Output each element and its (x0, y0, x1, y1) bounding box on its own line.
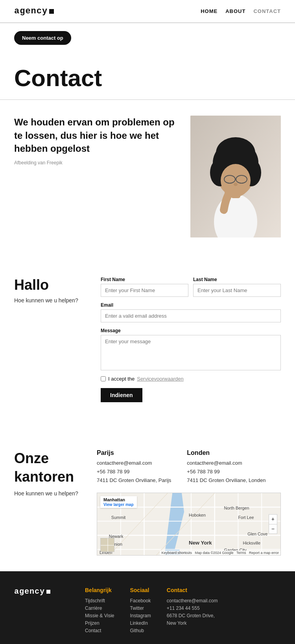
email-row: Email (101, 302, 281, 322)
main-nav: HOME ABOUT CONTACT (201, 8, 281, 14)
office-london: Londen contacthere@email.com +56 788 78 … (187, 449, 266, 485)
map-label: Manhattan View larger map (100, 496, 137, 508)
footer-social-list: Facebook Twitter Instagram LinkedIn Gith… (130, 598, 151, 633)
offices-description: Onze kantoren Hoe kunnen we u helpen? (14, 449, 85, 556)
logo-box-icon (49, 9, 54, 14)
footer-logo-box-icon (46, 590, 50, 594)
contact-title-section: Contact (0, 53, 295, 100)
form-subtitle: Hoe kunnen we u helpen? (14, 297, 85, 304)
form-title: Hallo (14, 277, 85, 293)
map-attribution: Keyboard shortcuts Map data ©2024 Google… (160, 550, 280, 555)
footer-item-twitter[interactable]: Twitter (130, 605, 151, 611)
footer-important-list: Tijdschrift Carrière Missie & Visie Prij… (85, 598, 114, 633)
offices-details: Parijs contacthere@email.com +56 788 78 … (97, 449, 281, 556)
intro-caption: Afbeelding van Freepik (14, 160, 179, 166)
email-label: Email (101, 302, 281, 308)
footer-important-title: Belangrijk (85, 587, 114, 593)
footer-top: agency Belangrijk Tijdschrift Carrière M… (14, 587, 281, 635)
svg-text:Summit: Summit (111, 515, 125, 520)
footer-logo-section: agency (14, 587, 69, 635)
name-row: First Name Last Name (101, 277, 281, 297)
message-input[interactable] (101, 335, 281, 370)
svg-text:North Bergen: North Bergen (224, 506, 249, 510)
contact-cta-button[interactable]: Neem contact op (14, 31, 71, 45)
map-container[interactable]: New York Newark Hoboken North Bergen Sum… (97, 493, 281, 556)
svg-point-13 (234, 183, 238, 186)
paris-title: Parijs (97, 449, 171, 456)
offices-title: Onze kantoren (14, 449, 85, 486)
page-title: Contact (14, 64, 281, 92)
footer-social-title: Sociaal (130, 587, 151, 593)
footer-item-carriere[interactable]: Carrière (85, 605, 114, 611)
offices-section: Onze kantoren Hoe kunnen we u helpen? Pa… (0, 426, 295, 571)
footer-contact-list: contacthere@email.com +11 234 44 555 667… (167, 598, 218, 626)
cities-list: Parijs contacthere@email.com +56 788 78 … (97, 449, 281, 485)
form-description: Hallo Hoe kunnen we u helpen? (14, 277, 85, 402)
logo-text: agency (14, 6, 48, 16)
intro-section: We houden ervan om problemen op te losse… (0, 100, 295, 253)
svg-text:New York: New York (189, 540, 212, 546)
view-larger-map-link[interactable]: View larger map (103, 502, 134, 507)
footer-item-prijzen[interactable]: Prijzen (85, 620, 114, 626)
map-thumbnail (100, 538, 114, 552)
terms-checkbox[interactable] (101, 376, 106, 381)
last-name-input[interactable] (193, 284, 281, 297)
svg-text:Glen Cove: Glen Cove (247, 532, 267, 536)
logo[interactable]: agency (14, 6, 54, 16)
email-input[interactable] (101, 309, 281, 322)
last-name-label: Last Name (193, 277, 281, 282)
london-contact: contacthere@email.com +56 788 78 99 7411… (187, 459, 266, 485)
offices-subtitle: Hoe kunnen we u helpen? (14, 490, 85, 497)
nav-home[interactable]: HOME (201, 8, 218, 14)
message-row: Message (101, 328, 281, 370)
footer-col-social: Sociaal Facebook Twitter Instagram Linke… (130, 587, 151, 635)
hero-button-section: Neem contact op (0, 23, 295, 53)
zoom-out-button[interactable]: − (269, 524, 277, 534)
footer-item-instagram[interactable]: Instagram (130, 613, 151, 618)
footer-col-important: Belangrijk Tijdschrift Carrière Missie &… (85, 587, 114, 635)
footer: agency Belangrijk Tijdschrift Carrière M… (0, 571, 295, 644)
woman-photo (190, 116, 281, 237)
footer-col-contact: Contact contacthere@email.com +11 234 44… (167, 587, 218, 635)
header: agency HOME ABOUT CONTACT (0, 0, 295, 23)
svg-text:Hicksville: Hicksville (243, 541, 260, 546)
footer-item-tijdschrift[interactable]: Tijdschrift (85, 598, 114, 604)
last-name-group: Last Name (193, 277, 281, 297)
nav-contact[interactable]: CONTACT (253, 8, 281, 14)
submit-button[interactable]: Indienen (101, 388, 142, 402)
intro-image (190, 116, 281, 237)
footer-contact-address2: New York (167, 620, 218, 626)
footer-item-facebook[interactable]: Facebook (130, 598, 151, 604)
footer-logo[interactable]: agency (14, 587, 69, 596)
email-group: Email (101, 302, 281, 322)
nav-about[interactable]: ABOUT (225, 8, 245, 14)
footer-contact-address1: 6678 DC Groten Drive, (167, 613, 218, 618)
map-zoom-controls[interactable]: + − (269, 514, 277, 534)
footer-contact-phone: +11 234 44 555 (167, 605, 218, 611)
message-group: Message (101, 328, 281, 370)
footer-contact-email: contacthere@email.com (167, 598, 218, 604)
footer-item-contact[interactable]: Contact (85, 628, 114, 633)
footer-contact-title: Contact (167, 587, 218, 593)
first-name-group: First Name (101, 277, 188, 297)
message-label: Message (101, 328, 281, 333)
paris-contact: contacthere@email.com +56 788 78 99 7411… (97, 459, 171, 485)
contact-form: First Name Last Name Email Message I acc… (101, 277, 281, 402)
form-section: Hallo Hoe kunnen we u helpen? First Name… (0, 253, 295, 426)
terms-row: I accept the Servicevoorwaarden (101, 376, 281, 382)
svg-text:Hoboken: Hoboken (189, 513, 206, 517)
terms-text: I accept the (108, 376, 135, 382)
footer-item-github[interactable]: Github (130, 628, 151, 633)
first-name-label: First Name (101, 277, 188, 282)
zoom-in-button[interactable]: + (269, 515, 277, 524)
first-name-input[interactable] (101, 284, 188, 297)
footer-item-missie[interactable]: Missie & Visie (85, 613, 114, 618)
london-title: Londen (187, 449, 266, 456)
intro-text: We houden ervan om problemen op te losse… (14, 116, 179, 166)
intro-heading: We houden ervan om problemen op te losse… (14, 116, 179, 155)
office-paris: Parijs contacthere@email.com +56 788 78 … (97, 449, 171, 485)
footer-item-linkedin[interactable]: LinkedIn (130, 620, 151, 626)
terms-link[interactable]: Servicevoorwaarden (137, 376, 184, 382)
svg-text:Fort Lee: Fort Lee (238, 515, 254, 520)
